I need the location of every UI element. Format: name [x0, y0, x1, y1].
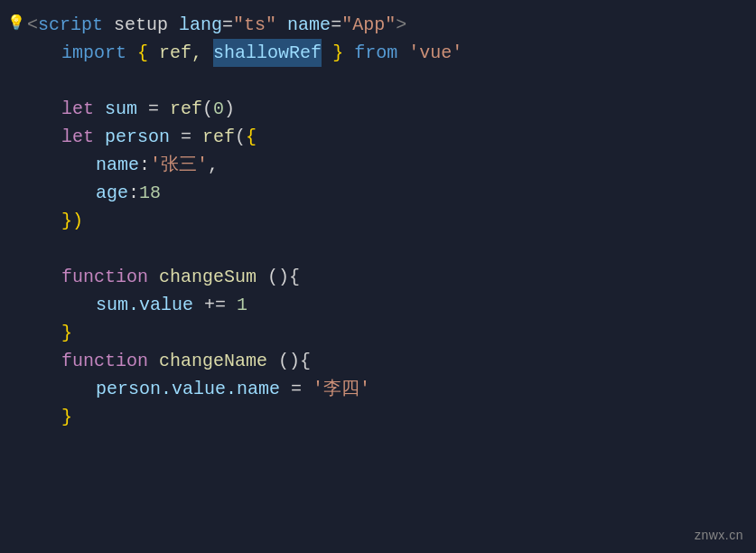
attr-name-val: "App": [341, 11, 396, 39]
age-num: 18: [139, 179, 161, 207]
changesum-fn: changeSum: [159, 263, 257, 291]
brace-close: }: [332, 39, 343, 67]
code-editor: 💡 <script setup lang="ts" name="App"> im…: [0, 0, 756, 553]
changename-fn: changeName: [159, 347, 267, 375]
brace-open: {: [137, 39, 148, 67]
code-line-4: let sum = ref(0): [27, 95, 738, 123]
name-prop: name: [96, 151, 139, 179]
space7: [397, 39, 408, 67]
tag-close: >: [396, 11, 406, 39]
code-line-5: let person = ref({: [27, 123, 738, 151]
eq2: =: [331, 11, 341, 39]
lisi-str: '李四': [313, 375, 370, 403]
one-num: 1: [237, 291, 247, 319]
obj-close-paren: }): [61, 207, 83, 235]
zhangsan-str: '张三': [150, 151, 208, 179]
code-line-15: }: [27, 403, 738, 431]
from-kw: from: [354, 39, 397, 67]
function-kw-1: function: [61, 263, 148, 291]
fn-args-2: (){: [278, 347, 311, 375]
shallow-ref-highlight: shallowRef: [213, 39, 322, 67]
ref-call-2: ref: [202, 123, 235, 151]
tag-open: <: [27, 11, 38, 39]
dot-value-name: .value.name: [161, 375, 280, 403]
person-ref: person: [96, 375, 161, 403]
zero-num: 0: [213, 95, 224, 123]
space12: [148, 263, 159, 291]
attr-lang-val: "ts": [233, 11, 276, 39]
code-line-8: }): [27, 207, 738, 235]
let-kw-2: let: [61, 123, 94, 151]
space16: [267, 347, 278, 375]
age-prop: age: [96, 179, 128, 207]
paren3: (: [235, 123, 246, 151]
code-line-11: sum.value += 1: [27, 291, 738, 319]
space11: =: [170, 123, 202, 151]
space8: [94, 95, 105, 123]
space13: [257, 263, 267, 291]
code-line-10: function changeSum (){: [27, 263, 738, 291]
space3: [148, 39, 159, 67]
let-kw-1: let: [61, 95, 94, 123]
space17: =: [280, 375, 313, 403]
code-line-2: import { ref, shallowRef } from 'vue': [27, 39, 738, 67]
dot-value-1: .value: [128, 291, 193, 319]
code-line-empty-2: [27, 235, 738, 263]
space15: [148, 347, 159, 375]
watermark: znwx.cn: [695, 526, 743, 546]
person-var: person: [105, 123, 170, 151]
import-kw: import: [61, 39, 126, 67]
sum-var: sum: [105, 95, 137, 123]
obj-open: {: [246, 123, 257, 151]
fn-args-1: (){: [267, 263, 300, 291]
comma1: ,: [208, 151, 219, 179]
close-brace-1: }: [61, 319, 72, 347]
code-line-6: name:'张三',: [27, 151, 738, 179]
space9: =: [137, 95, 170, 123]
colon2: :: [128, 179, 139, 207]
sum-ref: sum: [96, 291, 128, 319]
code-line-12: }: [27, 319, 738, 347]
eq1: =: [222, 11, 233, 39]
space14: +=: [193, 291, 237, 319]
attr-lang: lang: [179, 11, 222, 39]
colon1: :: [139, 151, 150, 179]
function-kw-2: function: [61, 347, 148, 375]
attr-setup: setup: [103, 11, 179, 39]
close-brace-2: }: [61, 403, 72, 431]
space6: [343, 39, 354, 67]
tag-name: script: [38, 11, 103, 39]
space10: [94, 123, 105, 151]
ref-call: ref: [170, 95, 202, 123]
space4: [202, 39, 213, 67]
code-line-14: person.value.name = '李四': [27, 375, 738, 403]
vue-str: 'vue': [408, 39, 462, 67]
space2: [276, 11, 287, 39]
bulb-icon: 💡: [7, 13, 25, 35]
code-line-empty-1: [27, 67, 738, 95]
space5: [322, 39, 332, 67]
attr-name: name: [287, 11, 331, 39]
code-line-13: function changeName (){: [27, 347, 738, 375]
code-line-7: age:18: [27, 179, 738, 207]
paren2: ): [224, 95, 235, 123]
space-after-import: [126, 39, 137, 67]
code-line-1: <script setup lang="ts" name="App">: [27, 11, 738, 39]
paren1: (: [202, 95, 213, 123]
ref-fn: ref,: [159, 39, 202, 67]
